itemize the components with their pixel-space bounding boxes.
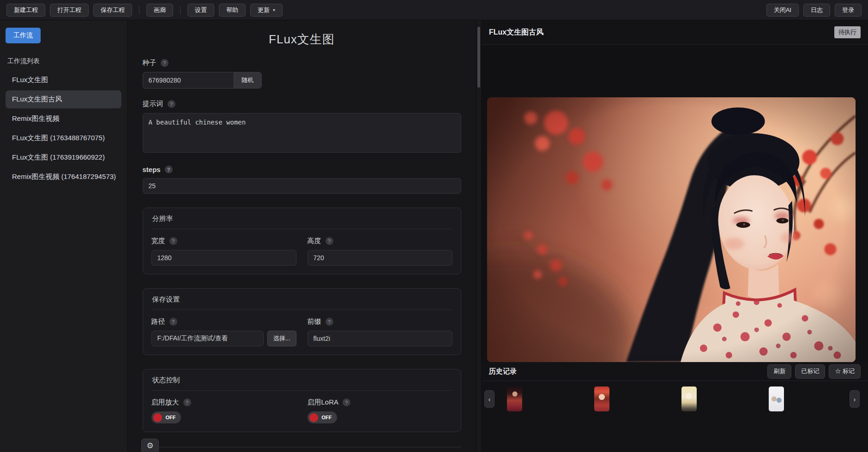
enable-upscale-label: 启用放大 ?	[151, 398, 296, 407]
editor-settings-button[interactable]: ⚙	[141, 439, 159, 452]
gallery-button[interactable]: 画廊	[146, 4, 173, 17]
help-icon[interactable]: ?	[343, 398, 350, 406]
help-button[interactable]: 帮助	[219, 4, 246, 17]
update-button[interactable]: 更新 ▾	[250, 4, 283, 17]
workflow-sidebar: 工作流 工作流列表 FLux文生图 FLux文生图古风 Remix图生视频 FL…	[0, 20, 127, 452]
seed-label-text: 种子	[143, 59, 157, 67]
open-project-button[interactable]: 打开工程	[50, 4, 89, 17]
help-icon[interactable]: ?	[165, 166, 173, 173]
status-badge: 待执行	[834, 26, 861, 38]
generated-image-art	[487, 97, 856, 362]
marked-filter-button[interactable]: 已标记	[795, 364, 825, 379]
prompt-label-text: 提示词	[143, 100, 163, 108]
preview-title: FLux文生图古风	[489, 28, 543, 37]
sidebar-item-remix-i2v[interactable]: Remix图生视频	[6, 110, 121, 128]
state-control-card-title: 状态控制	[151, 369, 452, 391]
resolution-card: 分辨率 宽度 ? 高度 ?	[143, 208, 461, 274]
chevron-down-icon: ▾	[273, 7, 275, 12]
enable-lora-label: 启用LoRA ?	[307, 398, 452, 407]
preview-panel: FLux文生图古风 待执行	[482, 20, 868, 452]
toggle-state-label: OFF	[322, 415, 332, 420]
sidebar-item-flux-t2i-gufeng[interactable]: FLux文生图古风	[6, 90, 121, 108]
workflow-editor-panel: FLux文生图 种子 ? 随机 提示词 ? A beautiful chines…	[127, 20, 476, 452]
prefix-label: 前缀 ?	[307, 317, 452, 326]
seed-label: 种子 ?	[143, 59, 461, 67]
main-area: 工作流 工作流列表 FLux文生图 FLux文生图古风 Remix图生视频 FL…	[0, 20, 868, 452]
update-button-label: 更新	[258, 6, 270, 14]
steps-input[interactable]	[143, 178, 461, 194]
sidebar-item-flux-t2i[interactable]: FLux文生图	[6, 71, 121, 89]
random-seed-button[interactable]: 随机	[234, 72, 261, 88]
width-label: 宽度 ?	[151, 237, 296, 245]
new-project-button[interactable]: 新建工程	[6, 4, 45, 17]
gear-icon: ⚙	[146, 441, 153, 451]
history-thumbnails	[494, 387, 784, 411]
history-thumbnail[interactable]	[594, 387, 609, 411]
history-thumbnail[interactable]	[769, 387, 784, 411]
steps-label-text: steps	[143, 166, 161, 173]
width-input[interactable]	[151, 250, 296, 266]
help-icon[interactable]: ?	[326, 237, 333, 245]
help-icon[interactable]: ?	[168, 100, 175, 108]
prefix-label-text: 前缀	[307, 317, 321, 326]
settings-button[interactable]: 设置	[187, 4, 214, 17]
login-button[interactable]: 登录	[835, 4, 862, 17]
choose-path-button[interactable]: 选择...	[267, 331, 296, 346]
help-icon[interactable]: ?	[326, 318, 333, 326]
close-ai-button[interactable]: 关闭AI	[766, 4, 799, 17]
save-project-button[interactable]: 保存工程	[93, 4, 132, 17]
help-icon[interactable]: ?	[183, 398, 191, 406]
prompt-label: 提示词 ?	[143, 100, 461, 108]
refresh-button[interactable]: 刷新	[767, 364, 791, 379]
mark-button[interactable]: ☆ 标记	[829, 364, 861, 379]
toggle-knob	[309, 413, 318, 422]
toggle-knob	[153, 413, 162, 422]
generated-image[interactable]	[487, 97, 856, 362]
help-icon[interactable]: ?	[161, 59, 169, 67]
height-input[interactable]	[307, 250, 452, 266]
history-thumbnail[interactable]	[507, 387, 522, 411]
scrollbar-thumb[interactable]	[477, 27, 480, 88]
save-settings-card: 保存设置 路径 ? 选择...	[143, 288, 461, 355]
preview-image-area	[482, 45, 868, 362]
prefix-input[interactable]	[307, 331, 452, 346]
help-icon[interactable]: ?	[169, 237, 177, 245]
enable-lora-label-text: 启用LoRA	[307, 398, 339, 407]
enable-lora-toggle[interactable]: OFF	[307, 411, 337, 423]
sidebar-item-remix-i2v-1764187294573[interactable]: Remix图生视频 (1764187294573)	[6, 168, 121, 186]
path-label-text: 路径	[151, 317, 165, 326]
top-toolbar: 新建工程 打开工程 保存工程 画廊 设置 帮助 更新 ▾ 关闭AI 日志 登录	[0, 0, 868, 20]
toolbar-separator	[139, 6, 139, 14]
editor-scrollbar[interactable]	[476, 20, 482, 452]
app-window: 新建工程 打开工程 保存工程 画廊 设置 帮助 更新 ▾ 关闭AI 日志 登录 …	[0, 0, 868, 452]
history-header: 历史记录 刷新 已标记 ☆ 标记	[482, 362, 868, 381]
sidebar-item-flux-t2i-1763488767075[interactable]: FLux文生图 (1763488767075)	[6, 129, 121, 147]
carousel-next-button[interactable]: ›	[850, 390, 860, 408]
enable-upscale-label-text: 启用放大	[151, 398, 179, 407]
history-carousel: ‹ ›	[482, 381, 868, 452]
history-title: 历史记录	[489, 367, 517, 376]
preview-header: FLux文生图古风 待执行	[482, 20, 868, 44]
tab-workflow[interactable]: 工作流	[6, 28, 41, 43]
workflow-list-title: 工作流列表	[7, 57, 121, 65]
toggle-state-label: OFF	[166, 415, 176, 420]
save-path-input[interactable]	[151, 331, 264, 346]
path-label: 路径 ?	[151, 317, 296, 326]
prompt-textarea[interactable]: A beautiful chinese women	[143, 113, 461, 153]
resolution-card-title: 分辨率	[151, 208, 452, 229]
height-label-text: 高度	[307, 237, 321, 245]
help-icon[interactable]: ?	[169, 318, 177, 326]
steps-label: steps ?	[143, 166, 461, 173]
divider	[143, 447, 461, 447]
logs-button[interactable]: 日志	[803, 4, 830, 17]
enable-upscale-toggle[interactable]: OFF	[151, 411, 181, 423]
toolbar-separator	[180, 6, 181, 14]
save-settings-card-title: 保存设置	[151, 289, 452, 310]
sidebar-item-flux-t2i-1763919660922[interactable]: FLux文生图 (1763919660922)	[6, 149, 121, 167]
seed-input[interactable]	[143, 72, 234, 88]
state-control-card: 状态控制 启用放大 ? OFF	[143, 369, 461, 432]
history-thumbnail[interactable]	[681, 387, 697, 411]
page-title: FLux文生图	[143, 31, 461, 48]
seed-input-group: 随机	[143, 72, 262, 89]
carousel-prev-button[interactable]: ‹	[484, 390, 494, 408]
